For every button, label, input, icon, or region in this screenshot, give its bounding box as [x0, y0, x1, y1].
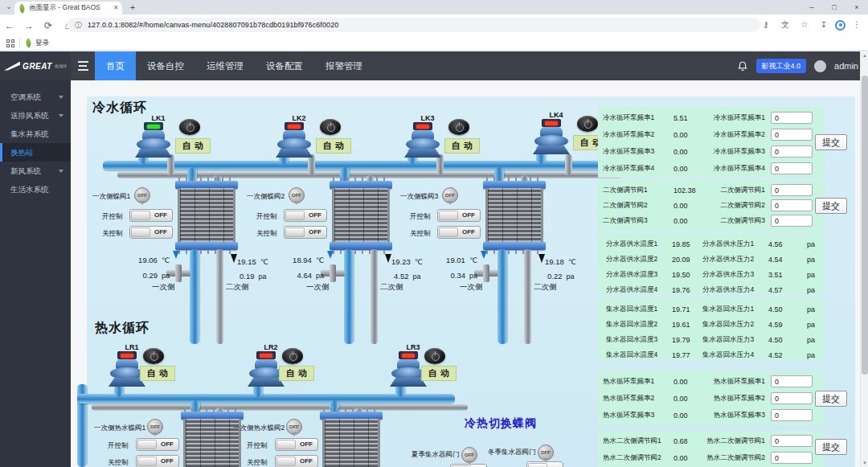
bookmark-login[interactable]: 登录	[25, 39, 49, 48]
setpoint-input[interactable]	[771, 129, 813, 141]
sidebar-item[interactable]: 空调系统	[0, 88, 71, 106]
scroll-down-icon[interactable]: ▼	[861, 461, 868, 465]
submit-button[interactable]: 提交	[815, 439, 847, 455]
window-maximize-icon[interactable]: □	[823, 0, 845, 14]
power-button-icon[interactable]	[448, 119, 469, 135]
valve-state-indicator: OFF	[134, 187, 150, 203]
setpoint-input[interactable]	[771, 215, 813, 227]
bookmarks-bar: 登录	[0, 36, 868, 51]
open-control-label: 开控制	[102, 212, 123, 222]
address-bar[interactable]: ⓘ 127.0.0.1:8082/#/home/canvas-menu/4028…	[68, 18, 760, 32]
pump-mode-badge: 自动	[279, 366, 314, 381]
downloads-icon[interactable]: ↧	[816, 17, 832, 33]
panel-row: 冷水循环泵频率3 0.00 冷水循环泵频率3	[598, 143, 825, 160]
apps-grid-icon[interactable]	[6, 39, 14, 47]
pump-indicator-frame	[399, 351, 418, 359]
setpoint-input[interactable]	[771, 162, 813, 174]
translate-icon[interactable]: 文	[777, 17, 793, 33]
forward-icon[interactable]: →	[19, 20, 39, 31]
power-button-icon[interactable]	[143, 348, 164, 364]
sidebar-item[interactable]: 送排风系统	[0, 106, 71, 125]
window-minimize-icon[interactable]: –	[800, 0, 823, 14]
row-value: 19.71	[672, 305, 702, 313]
pump-indicator-frame	[256, 351, 276, 359]
menu-kebab-icon[interactable]: ⋮	[849, 17, 865, 33]
setpoint-input[interactable]	[771, 184, 813, 196]
sidebar-item[interactable]: 生活水系统	[0, 180, 71, 199]
browser-tab[interactable]: 画面显示 - Great BAOS ×	[14, 2, 122, 14]
close-control-toggle[interactable]: OFF	[275, 455, 318, 467]
notification-bell-icon[interactable]	[737, 60, 748, 72]
submit-button[interactable]: 提交	[815, 198, 847, 214]
setpoint-input[interactable]	[771, 375, 813, 387]
profile-icon[interactable]	[835, 20, 845, 31]
nav-menu-item[interactable]: 设备配置	[255, 51, 314, 80]
bookmark-star-icon[interactable]: ☆	[796, 17, 813, 33]
scroll-up-icon[interactable]: ▲	[861, 53, 868, 58]
setpoint-input[interactable]	[771, 199, 813, 211]
winter-valve-toggle[interactable]	[526, 461, 563, 467]
bookmark-login-label: 登录	[35, 39, 49, 48]
power-button-icon[interactable]	[577, 116, 598, 132]
row-unit: pa	[807, 351, 815, 359]
tab-close-icon[interactable]: ×	[113, 2, 118, 14]
open-control-toggle[interactable]: OFF	[437, 209, 481, 222]
primary-temp: 19.06℃	[121, 256, 170, 264]
row-label: 集水器回水温度1	[603, 305, 672, 314]
summer-valve-label: 夏季集水器阀门	[411, 450, 460, 460]
window-close-icon[interactable]: ×	[845, 0, 868, 14]
close-control-label: 关控制	[247, 458, 268, 467]
row-value: 19.85	[672, 240, 702, 248]
open-control-toggle[interactable]: OFF	[129, 209, 173, 222]
sidebar-item-label: 换热站	[10, 148, 34, 157]
nav-menu-item[interactable]: 报警管理	[314, 51, 374, 80]
setpoint-input[interactable]	[771, 112, 813, 124]
username[interactable]: admin	[834, 61, 858, 71]
password-key-icon[interactable]: ⚷	[758, 17, 774, 33]
nav-menu-item[interactable]: 首页	[95, 51, 136, 80]
close-control-toggle[interactable]: OFF	[129, 226, 173, 239]
heat-exchanger-icon	[320, 412, 383, 467]
setpoint-input[interactable]	[771, 392, 813, 404]
open-control-toggle[interactable]: OFF	[275, 438, 318, 451]
close-control-toggle[interactable]: OFF	[136, 455, 179, 467]
sidebar-item[interactable]: 换热站	[0, 143, 71, 162]
submit-button[interactable]: 提交	[815, 391, 847, 407]
close-control-toggle[interactable]: OFF	[437, 226, 481, 239]
valve-state-indicator: OFF	[289, 187, 305, 203]
screen: ⌄ 画面显示 - Great BAOS × + – □ × ← → ⟳ ⌂ ⓘ …	[0, 0, 868, 467]
open-control-toggle[interactable]: OFF	[136, 438, 179, 451]
setpoint-input[interactable]	[771, 452, 813, 464]
nav-menu-item[interactable]: 设备自控	[136, 51, 195, 80]
open-control-toggle[interactable]: OFF	[284, 209, 327, 222]
submit-button[interactable]: 提交	[815, 134, 847, 150]
cold-pump-frequency-panel: 冷水循环泵频率1 5.51 冷水循环泵频率1 冷水循环泵频率2 0.00 冷水循…	[598, 107, 825, 178]
setpoint-input[interactable]	[771, 409, 813, 421]
nav-menu-item[interactable]: 运维管理	[195, 51, 255, 80]
row-label: 集水器回水温度4	[603, 350, 672, 360]
new-tab-button[interactable]: +	[127, 2, 138, 13]
power-button-icon[interactable]	[320, 119, 341, 135]
power-button-icon[interactable]	[179, 119, 200, 135]
sidebar-item[interactable]: 集水井系统	[0, 125, 71, 143]
close-control-toggle[interactable]: OFF	[284, 226, 327, 239]
valve-state-indicator: OFF	[286, 419, 302, 435]
back-icon[interactable]: ←	[0, 20, 19, 31]
user-avatar[interactable]	[814, 60, 826, 72]
page-scrollbar[interactable]: ▲ ▼	[860, 51, 868, 467]
panel-row: 冷水循环泵频率1 5.51 冷水循环泵频率1	[598, 109, 825, 126]
power-button-icon[interactable]	[424, 348, 445, 364]
summer-valve-toggle[interactable]	[450, 464, 487, 467]
sidebar-collapse-icon[interactable]	[72, 51, 93, 80]
setpoint-input[interactable]	[771, 145, 813, 158]
site-info-icon[interactable]: ⓘ	[75, 20, 82, 31]
power-button-icon[interactable]	[282, 348, 303, 364]
tab-search-chevron-icon[interactable]: ⌄	[3, 1, 14, 13]
valve-label: 一次侧蝶阀1	[92, 192, 136, 202]
sidebar: 空调系统 送排风系统 集水井系统 换热站 新风系统	[0, 80, 71, 467]
sidebar-item[interactable]: 新风系统	[0, 162, 71, 180]
reload-icon[interactable]: ⟳	[39, 20, 58, 31]
setpoint-input[interactable]	[771, 435, 813, 447]
pump-unit: LR2 自动	[244, 342, 334, 391]
scrollbar-thumb[interactable]	[862, 76, 868, 375]
